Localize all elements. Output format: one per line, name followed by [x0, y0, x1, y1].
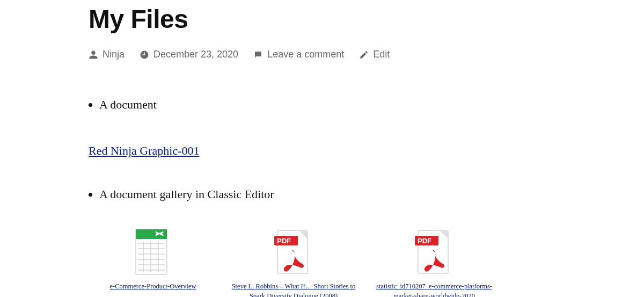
page-title: My Files [89, 4, 529, 34]
person-icon [89, 50, 98, 60]
gallery-caption-link[interactable]: Steve L. Robbins – What If… Short Storie… [229, 282, 358, 297]
svg-text:PDF: PDF [277, 237, 291, 245]
comment-link[interactable]: Leave a comment [267, 49, 344, 60]
list-item: A document gallery in Classic Editor [99, 187, 529, 201]
post-meta: Ninja December 23, 2020 Leave a comment … [89, 49, 529, 60]
gallery-caption-link[interactable]: statistic_id710207_e-commerce-platforms-… [370, 282, 499, 297]
comment-icon [253, 50, 263, 60]
meta-date: December 23, 2020 [140, 49, 238, 60]
pencil-icon [359, 50, 369, 60]
meta-edit: Edit [359, 49, 390, 60]
pdf-icon[interactable]: PDF [229, 227, 358, 277]
svg-text:PDF: PDF [418, 237, 431, 245]
document-link[interactable]: Red Ninja Graphic-001 [89, 144, 200, 158]
gallery-item: e-Commerce-Product-Overview [89, 227, 217, 297]
document-gallery: e-Commerce-Product-Overview PDF Steve L.… [89, 227, 529, 297]
gallery-item: PDF Steve L. Robbins – What If… Short St… [229, 227, 358, 297]
date-link[interactable]: December 23, 2020 [153, 49, 238, 60]
author-link[interactable]: Ninja [103, 49, 125, 60]
clock-icon [140, 50, 149, 60]
gallery-caption-link[interactable]: e-Commerce-Product-Overview [109, 282, 196, 292]
meta-author: Ninja [89, 49, 125, 60]
gallery-item: PDF statistic_id710207_e-commerce-platfo… [370, 227, 499, 297]
meta-comment: Leave a comment [253, 49, 344, 60]
xls-icon[interactable] [89, 227, 217, 277]
list-item: A document [99, 98, 529, 112]
pdf-icon[interactable]: PDF [370, 227, 499, 277]
edit-link[interactable]: Edit [373, 49, 390, 60]
